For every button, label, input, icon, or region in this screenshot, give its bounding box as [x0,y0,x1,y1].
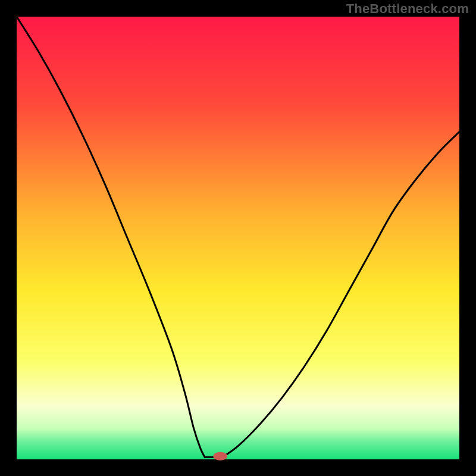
watermark-text: TheBottleneck.com [346,1,469,17]
chart-stage: TheBottleneck.com [0,0,476,476]
minimum-marker [213,452,227,461]
marker-group [213,452,227,461]
gradient-background [17,17,459,459]
bottleneck-chart [0,0,476,476]
